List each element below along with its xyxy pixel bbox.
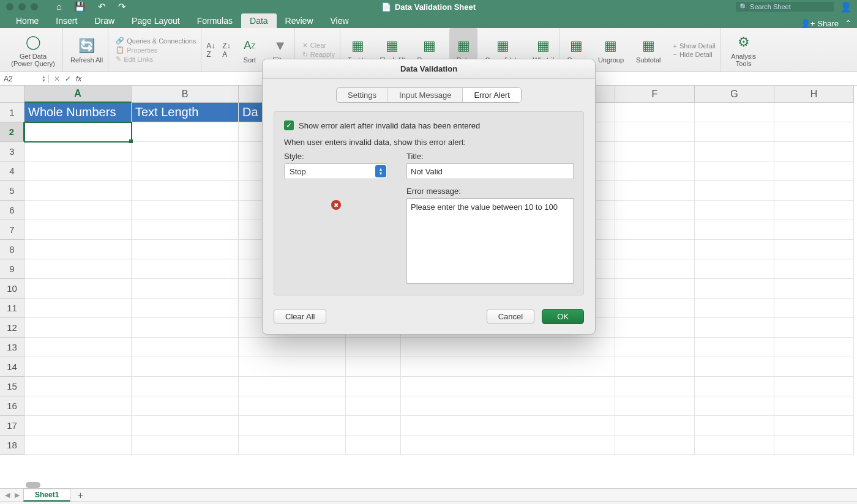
row-header[interactable]: 3 — [0, 142, 24, 161]
cell[interactable] — [132, 259, 239, 279]
window-controls[interactable] — [0, 3, 44, 10]
cell[interactable] — [774, 298, 854, 318]
cell[interactable] — [774, 201, 854, 220]
row-header[interactable]: 14 — [0, 357, 24, 377]
cell[interactable] — [132, 142, 239, 161]
undo-icon[interactable]: ↶ — [98, 1, 106, 12]
enter-formula-icon[interactable]: ✓ — [65, 75, 71, 83]
cell[interactable] — [24, 396, 132, 416]
show-alert-checkbox[interactable]: ✓ — [284, 120, 294, 130]
cell[interactable] — [239, 396, 346, 416]
queries-connections-button[interactable]: 🔗Queries & Connections — [116, 37, 196, 45]
cell[interactable] — [132, 318, 239, 338]
row-header[interactable]: 11 — [0, 298, 24, 318]
cell[interactable] — [695, 259, 774, 279]
cell[interactable] — [239, 435, 346, 455]
cell[interactable] — [401, 338, 615, 357]
cell[interactable] — [346, 416, 401, 435]
cell[interactable] — [774, 318, 854, 338]
cell[interactable] — [615, 435, 695, 455]
cell[interactable] — [615, 142, 695, 161]
row-header[interactable]: 5 — [0, 181, 24, 201]
cell[interactable] — [695, 416, 774, 435]
cell[interactable] — [774, 142, 854, 161]
cell[interactable] — [24, 142, 132, 161]
cell[interactable] — [24, 259, 132, 279]
col-header-f[interactable]: F — [615, 86, 695, 103]
cell[interactable] — [615, 396, 695, 416]
tab-page-layout[interactable]: Page Layout — [123, 13, 189, 28]
cell[interactable] — [401, 416, 615, 435]
col-header-a[interactable]: A — [24, 86, 132, 103]
cell[interactable] — [24, 181, 132, 201]
cell[interactable] — [132, 279, 239, 298]
cell[interactable] — [239, 338, 346, 357]
cell[interactable] — [24, 201, 132, 220]
cell[interactable] — [346, 338, 401, 357]
cell[interactable] — [24, 220, 132, 240]
cell[interactable] — [401, 357, 615, 377]
cell[interactable] — [774, 103, 854, 122]
cell[interactable] — [132, 181, 239, 201]
home-icon[interactable]: ⌂ — [56, 1, 62, 12]
cell[interactable] — [132, 220, 239, 240]
cell[interactable] — [401, 435, 615, 455]
cell[interactable] — [615, 240, 695, 259]
col-header-g[interactable]: G — [695, 86, 774, 103]
cell[interactable] — [615, 377, 695, 396]
cell[interactable] — [615, 298, 695, 318]
cell[interactable] — [774, 435, 854, 455]
cell[interactable] — [24, 377, 132, 396]
cancel-formula-icon[interactable]: ✕ — [54, 75, 60, 83]
tab-review[interactable]: Review — [277, 13, 322, 28]
dialog-tab-settings[interactable]: Settings — [337, 88, 388, 102]
cell[interactable] — [24, 161, 132, 181]
cell[interactable] — [774, 259, 854, 279]
cell[interactable] — [695, 396, 774, 416]
cell[interactable] — [24, 357, 132, 377]
tab-insert[interactable]: Insert — [47, 13, 86, 28]
search-sheet-input[interactable]: 🔍 Search Sheet — [736, 2, 834, 12]
tab-formulas[interactable]: Formulas — [189, 13, 241, 28]
row-header[interactable]: 12 — [0, 318, 24, 338]
cell[interactable] — [24, 298, 132, 318]
style-select[interactable]: Stop ▲▼ — [284, 163, 388, 179]
cell[interactable] — [615, 357, 695, 377]
dialog-tab-input-message[interactable]: Input Message — [388, 88, 463, 102]
row-header[interactable]: 2 — [0, 122, 24, 142]
cell[interactable] — [774, 357, 854, 377]
cell[interactable] — [695, 338, 774, 357]
tab-view[interactable]: View — [322, 13, 357, 28]
redo-icon[interactable]: ↷ — [118, 1, 126, 12]
row-header[interactable]: 18 — [0, 435, 24, 455]
col-header-h[interactable]: H — [774, 86, 854, 103]
row-header[interactable]: 15 — [0, 377, 24, 396]
refresh-all-button[interactable]: 🔄 Refresh All — [65, 28, 108, 72]
share-button[interactable]: 👤+ Share — [801, 19, 839, 28]
row-header[interactable]: 9 — [0, 259, 24, 279]
cell[interactable] — [695, 298, 774, 318]
cell[interactable] — [774, 161, 854, 181]
cell[interactable] — [239, 377, 346, 396]
cell[interactable] — [695, 103, 774, 122]
row-header[interactable]: 16 — [0, 396, 24, 416]
user-icon[interactable]: 👤 — [840, 1, 852, 13]
cell[interactable] — [132, 161, 239, 181]
cell[interactable] — [346, 396, 401, 416]
get-data-button[interactable]: ◯ Get Data (Power Query) — [4, 28, 63, 72]
name-box[interactable]: A2 ▲▼ — [0, 75, 49, 83]
cell[interactable] — [615, 103, 695, 122]
sheet-tab-sheet1[interactable]: Sheet1 — [23, 489, 70, 502]
analysis-tools-button[interactable]: ⚙Analysis Tools — [724, 28, 764, 72]
cell[interactable] — [695, 279, 774, 298]
cell[interactable] — [132, 357, 239, 377]
cell[interactable] — [774, 181, 854, 201]
fx-icon[interactable]: fx — [76, 75, 81, 83]
cell[interactable] — [24, 122, 132, 142]
col-header-b[interactable]: B — [132, 86, 239, 103]
ungroup-button[interactable]: ▦Ungroup — [593, 28, 629, 72]
cell[interactable] — [132, 416, 239, 435]
cell[interactable] — [401, 377, 615, 396]
ok-button[interactable]: OK — [542, 309, 584, 324]
row-header[interactable]: 8 — [0, 240, 24, 259]
